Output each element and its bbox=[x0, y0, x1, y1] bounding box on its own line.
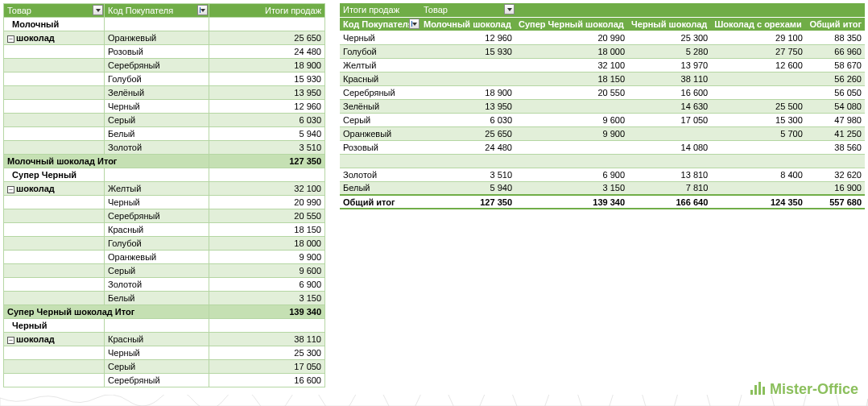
table-row: Черный12 960 bbox=[4, 100, 325, 114]
table-row: Зелёный13 95014 63025 50054 080 bbox=[340, 99, 865, 113]
filter-dropdown-icon[interactable] bbox=[93, 5, 103, 15]
table-row: Оранжевый25 6509 9005 70041 250 bbox=[340, 126, 865, 140]
table-row: Золотой3 5106 90013 8108 40032 620 bbox=[340, 168, 865, 181]
table-row: Оранжевый9 900 bbox=[4, 251, 325, 264]
table-row: Белый5 9403 1507 81016 900 bbox=[340, 181, 865, 195]
filter-dropdown-icon[interactable] bbox=[504, 4, 515, 14]
group-label: Супер Черный bbox=[4, 168, 105, 182]
table-row: Голубой15 930 bbox=[4, 72, 325, 86]
table-row: Красный18 15038 11056 260 bbox=[340, 72, 865, 85]
table-row: Белый3 150 bbox=[4, 292, 325, 305]
col-milk: Молочный шоколад bbox=[420, 17, 515, 31]
grand-total-row: Общий итог 127 350 139 340 166 640 124 3… bbox=[340, 195, 865, 209]
table-row: Белый5 940 bbox=[4, 127, 325, 141]
table-row: Голубой18 000 bbox=[4, 237, 325, 251]
table-row: Серый6 0309 60017 05015 30047 980 bbox=[340, 113, 865, 126]
table-row: Серебряный18 90020 55016 60056 050 bbox=[340, 85, 865, 99]
group-label: Молочный bbox=[4, 18, 105, 31]
table-row: Серебряный20 550 bbox=[4, 209, 325, 223]
subtotal-row: Супер Черный шоколад Итог139 340 bbox=[4, 305, 325, 319]
sort-dropdown-icon[interactable] bbox=[197, 5, 208, 15]
table-row: Золотой6 900 bbox=[4, 278, 325, 292]
right-pivot-table: Итоги продаж Товар Код Покупателя Молочн… bbox=[340, 3, 865, 387]
col-header-product[interactable]: Товар bbox=[4, 4, 105, 18]
table-row: Розовый24 480 bbox=[4, 45, 325, 59]
table-row: Черный20 990 bbox=[4, 196, 325, 209]
table-row: Розовый24 48014 08038 560 bbox=[340, 140, 865, 154]
col-header-buyer[interactable]: Код Покупателя bbox=[105, 4, 209, 18]
table-row: Серый6 030 bbox=[4, 114, 325, 127]
collapse-icon[interactable]: − bbox=[7, 337, 14, 344]
table-row: Золотой3 510 bbox=[4, 141, 325, 155]
table-row: Черный12 96020 99025 30029 10088 350 bbox=[340, 31, 865, 44]
col-nuts: Шоколад с орехами bbox=[711, 17, 806, 31]
col-grand: Общий итог bbox=[806, 17, 865, 31]
table-row: Красный18 150 bbox=[4, 223, 325, 237]
collapse-icon[interactable]: − bbox=[7, 35, 14, 43]
table-row: Серебряный18 900 bbox=[4, 59, 325, 72]
collapse-icon[interactable]: − bbox=[7, 186, 14, 193]
col-super-black: Супер Черный шоколад bbox=[515, 17, 628, 31]
table-row: Зелёный13 950 bbox=[4, 86, 325, 100]
row-header-buyer[interactable]: Код Покупателя bbox=[340, 17, 420, 31]
table-row: Черный25 300 bbox=[4, 346, 325, 360]
table-row: Серебряный16 600 bbox=[4, 374, 325, 387]
table-row: −шоколадЖелтый32 100 bbox=[4, 182, 325, 196]
group-label: Черный bbox=[4, 319, 105, 333]
table-row: −шоколадОранжевый25 650 bbox=[4, 31, 325, 45]
col-header-sales: Итоги продаж bbox=[209, 4, 325, 18]
table-row: −шоколадКрасный38 110 bbox=[4, 333, 325, 346]
table-row: Серый17 050 bbox=[4, 360, 325, 374]
table-row: Голубой15 93018 0005 28027 75066 960 bbox=[340, 44, 865, 58]
torn-edge-decoration bbox=[0, 395, 868, 406]
col-black: Черный шоколад bbox=[628, 17, 711, 31]
table-row bbox=[340, 154, 865, 168]
sort-dropdown-icon[interactable] bbox=[409, 19, 420, 29]
table-row: Серый9 600 bbox=[4, 264, 325, 278]
corner-sales: Итоги продаж bbox=[340, 3, 420, 17]
table-row: Желтый32 10013 97012 60058 670 bbox=[340, 58, 865, 72]
left-pivot-table: Товар Код Покупателя Итоги продаж Молочн… bbox=[3, 3, 325, 387]
corner-product[interactable]: Товар bbox=[420, 3, 515, 17]
subtotal-row: Молочный шоколад Итог127 350 bbox=[4, 155, 325, 168]
